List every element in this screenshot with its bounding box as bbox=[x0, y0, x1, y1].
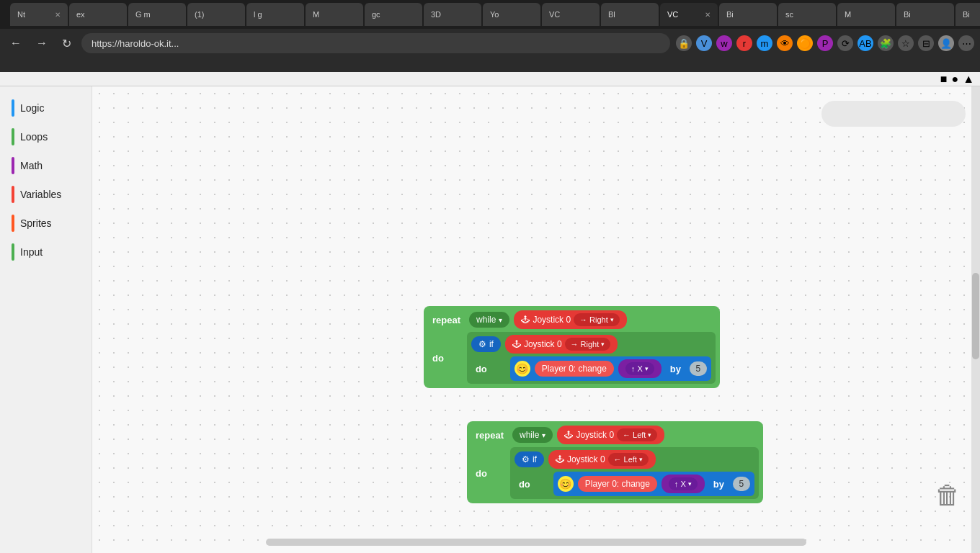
sidebar-toggle[interactable]: ⊟ bbox=[918, 35, 934, 51]
left-dropdown-2[interactable]: ← Left bbox=[608, 453, 649, 466]
tab-m[interactable]: M bbox=[306, 3, 363, 26]
axis-block-1[interactable]: ↑ X bbox=[618, 359, 662, 378]
extension-icon-3[interactable]: w bbox=[716, 35, 732, 51]
joystick-right-if-condition[interactable]: 🕹 Joystick 0 → Right bbox=[505, 335, 618, 354]
sidebar-item-loops[interactable]: Loops bbox=[0, 122, 92, 151]
triangle-shape: ▲ bbox=[963, 73, 974, 86]
v-scrollbar-thumb[interactable] bbox=[972, 273, 979, 359]
tab-label: l g bbox=[254, 10, 262, 19]
tab-nt[interactable]: Nt✕ bbox=[10, 3, 68, 26]
tab-3d[interactable]: 3D bbox=[424, 3, 481, 26]
tab-bi2[interactable]: Bi bbox=[896, 3, 954, 26]
joystick-left-if-condition[interactable]: 🕹 Joystick 0 ← Left bbox=[548, 450, 656, 469]
search-box[interactable] bbox=[821, 101, 966, 127]
tab-yo[interactable]: Yo bbox=[483, 3, 540, 26]
browser-chrome: Nt✕ ex G m (1) l g M gc 3D Yo VC Bl VC✕ … bbox=[0, 0, 980, 72]
axis-block-2[interactable]: ↑ X bbox=[662, 475, 705, 493]
joystick-icon-3: 🕹 bbox=[564, 430, 573, 440]
extension-icon-9[interactable]: ⟳ bbox=[837, 35, 853, 51]
tab-label: VC bbox=[667, 10, 678, 19]
extension-icon-5[interactable]: m bbox=[757, 35, 772, 51]
player-sprite-block-2[interactable]: Player 0: change bbox=[578, 476, 657, 492]
tab-bl[interactable]: Bl bbox=[601, 3, 659, 26]
right-dropdown-2[interactable]: → Right bbox=[565, 338, 611, 351]
value-2[interactable]: 5 bbox=[733, 477, 750, 491]
player-sprite-block-1[interactable]: Player 0: change bbox=[535, 361, 614, 377]
tab-vc1[interactable]: VC bbox=[542, 3, 600, 26]
tab-gm[interactable]: G m bbox=[128, 3, 186, 26]
profile-icon[interactable]: 👤 bbox=[938, 35, 954, 51]
joystick-icon-4: 🕹 bbox=[556, 454, 564, 464]
tab-label: M bbox=[845, 10, 851, 19]
axis-dropdown-2[interactable]: ↑ X bbox=[669, 477, 698, 490]
tab-label: M bbox=[313, 10, 319, 19]
extension-icon-2[interactable]: V bbox=[696, 35, 712, 51]
if-row-2: ⚙ if 🕹 Joystick 0 ← Left bbox=[514, 450, 754, 469]
extension-icon-8[interactable]: P bbox=[817, 35, 833, 51]
value-1[interactable]: 5 bbox=[690, 361, 707, 376]
tab-close-active[interactable]: ✕ bbox=[705, 11, 710, 19]
trash-bin[interactable]: 🗑 bbox=[930, 474, 966, 517]
extension-icon-1[interactable]: 🔒 bbox=[676, 35, 692, 51]
joystick-right-label-2: Joystick 0 bbox=[524, 339, 562, 349]
right-arrow-1: → bbox=[579, 315, 587, 324]
player-row-2: 😊 Player 0: change ↑ X bbox=[558, 475, 750, 493]
repeat-while-block-right: repeat while 🕹 Joystick 0 → Right bbox=[424, 306, 720, 388]
extension-icon-4[interactable]: r bbox=[736, 35, 752, 51]
sidebar-item-math[interactable]: Math bbox=[0, 151, 92, 180]
tab-bi1[interactable]: Bi bbox=[719, 3, 777, 26]
extension-icon-6[interactable]: 👁 bbox=[777, 35, 793, 51]
extensions-button[interactable]: 🧩 bbox=[878, 35, 894, 51]
sidebar-item-sprites[interactable]: Sprites bbox=[0, 209, 92, 238]
sidebar-label-input: Input bbox=[20, 246, 43, 258]
logic-color-bar bbox=[12, 99, 14, 117]
tab-ex[interactable]: ex bbox=[69, 3, 127, 26]
while-dropdown-1[interactable]: while bbox=[469, 312, 509, 328]
right-label-1: Right bbox=[589, 315, 608, 324]
menu-button[interactable]: ⋯ bbox=[958, 35, 974, 51]
do-inner-row-1: do 😊 Player 0: change ↑ X bbox=[471, 356, 711, 381]
if-block-2: ⚙ if bbox=[514, 451, 544, 467]
tab-close[interactable]: ✕ bbox=[55, 11, 61, 19]
tab-1[interactable]: (1) bbox=[187, 3, 245, 26]
joystick-right-condition[interactable]: 🕹 Joystick 0 → Right bbox=[514, 310, 626, 329]
address-bar[interactable] bbox=[81, 33, 670, 53]
tab-label: Bi bbox=[904, 10, 911, 19]
do-label-2: do bbox=[471, 467, 491, 480]
sidebar-item-input[interactable]: Input bbox=[0, 238, 92, 266]
sidebar-item-logic[interactable]: Logic bbox=[0, 94, 92, 122]
if-block-left: ⚙ if 🕹 Joystick 0 ← Left bbox=[510, 447, 759, 499]
nav-bar: ← → ↻ 🔒 V w r m 👁 🟠 P ⟳ AB 🧩 ☆ ⊟ 👤 ⋯ bbox=[0, 29, 980, 58]
back-button[interactable]: ← bbox=[6, 34, 26, 53]
tab-sc[interactable]: sc bbox=[778, 3, 836, 26]
tab-gc[interactable]: gc bbox=[365, 3, 422, 26]
extension-icon-10[interactable]: AB bbox=[858, 35, 873, 51]
sprites-color-bar bbox=[12, 215, 14, 232]
sidebar-label-math: Math bbox=[20, 160, 43, 171]
sidebar-item-variables[interactable]: Variables bbox=[0, 180, 92, 209]
block-group-right: repeat while 🕹 Joystick 0 → Right bbox=[424, 306, 720, 388]
do-row-2: do ⚙ if 🕹 Joystick 0 bbox=[471, 447, 759, 499]
circle-shape: ● bbox=[951, 73, 958, 86]
refresh-button[interactable]: ↻ bbox=[58, 34, 76, 53]
tab-vc-active[interactable]: VC✕ bbox=[660, 3, 718, 26]
favorites-icon[interactable]: ☆ bbox=[898, 35, 914, 51]
right-dropdown-1[interactable]: → Right bbox=[574, 313, 620, 326]
vertical-scrollbar[interactable] bbox=[971, 86, 980, 553]
repeat-label-2: repeat bbox=[471, 428, 508, 442]
player-label-1: Player 0: change bbox=[542, 364, 607, 374]
joystick-left-condition[interactable]: 🕹 Joystick 0 ← Left bbox=[557, 426, 664, 444]
forward-button[interactable]: → bbox=[32, 34, 52, 53]
tab-label: Nt bbox=[17, 10, 25, 19]
while-label-2: while bbox=[520, 430, 539, 440]
while-dropdown-2[interactable]: while bbox=[512, 427, 553, 443]
tab-m2[interactable]: M bbox=[837, 3, 895, 26]
tab-bi3[interactable]: Bi bbox=[956, 3, 980, 26]
left-arrow-2: ← bbox=[614, 455, 622, 464]
horizontal-scrollbar[interactable] bbox=[266, 539, 806, 546]
extension-icon-7[interactable]: 🟠 bbox=[797, 35, 813, 51]
tab-label: ex bbox=[76, 10, 85, 19]
left-dropdown-1[interactable]: ← Left bbox=[617, 428, 657, 441]
tab-lg[interactable]: l g bbox=[246, 3, 304, 26]
axis-dropdown-1[interactable]: ↑ X bbox=[625, 362, 654, 375]
